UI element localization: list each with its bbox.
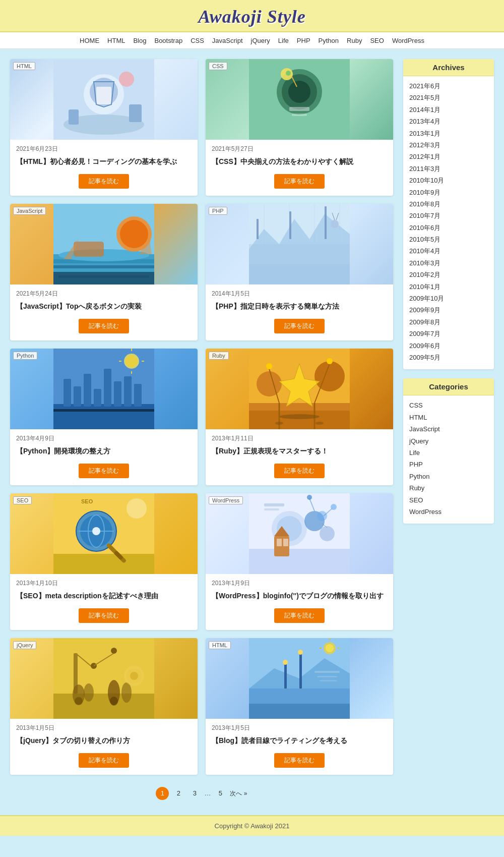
svg-rect-21 <box>53 265 154 268</box>
post-read-btn-3[interactable]: 記事を読む <box>274 319 325 333</box>
post-read-btn-2[interactable]: 記事を読む <box>79 319 129 333</box>
post-read-btn-9[interactable]: 記事を読む <box>274 753 325 768</box>
category-link-wordpress[interactable]: WordPress <box>409 506 488 518</box>
svg-point-119 <box>121 682 132 703</box>
post-thumbnail-5: Ruby <box>206 349 393 429</box>
svg-rect-17 <box>292 113 307 116</box>
svg-rect-40 <box>325 206 327 239</box>
svg-rect-50 <box>94 389 101 407</box>
post-body-5: 2013年1月11日 【Ruby】正規表現をマスターする！ 記事を読む <box>206 429 393 485</box>
archive-link[interactable]: 2010年10月 <box>409 175 488 186</box>
post-body-6: 2013年1月10日 【SEO】meta descriptionを記述すべき理由… <box>10 574 198 630</box>
category-link-css[interactable]: CSS <box>409 399 488 411</box>
archive-link[interactable]: 2013年4月 <box>409 116 488 127</box>
site-footer: Copyright © Awakoji 2021 <box>0 815 504 836</box>
archive-link[interactable]: 2010年6月 <box>409 222 488 234</box>
post-read-btn-6[interactable]: 記事を読む <box>79 608 129 623</box>
archive-link[interactable]: 2014年1月 <box>409 104 488 116</box>
archive-link[interactable]: 2010年8月 <box>409 198 488 210</box>
archive-link[interactable]: 2012年3月 <box>409 139 488 151</box>
post-thumbnail-7: WordPress <box>206 493 393 574</box>
svg-rect-95 <box>283 539 288 546</box>
pagination-page-3[interactable]: 3 <box>188 787 201 800</box>
post-date-4: 2013年4月9日 <box>16 434 192 443</box>
archive-link[interactable]: 2010年1月 <box>409 281 488 293</box>
nav-item-seo[interactable]: SEO <box>370 37 384 44</box>
nav-item-ruby[interactable]: Ruby <box>347 37 362 44</box>
category-link-python[interactable]: Python <box>409 471 488 482</box>
archive-link[interactable]: 2010年5月 <box>409 234 488 245</box>
archive-link[interactable]: 2010年2月 <box>409 269 488 280</box>
archive-link[interactable]: 2011年3月 <box>409 163 488 175</box>
svg-point-74 <box>279 414 320 419</box>
archive-link[interactable]: 2012年1月 <box>409 151 488 162</box>
archive-link[interactable]: 2009年9月 <box>409 304 488 316</box>
post-category-badge-4: Python <box>13 352 37 360</box>
archive-link[interactable]: 2009年10月 <box>409 293 488 304</box>
archive-link[interactable]: 2009年6月 <box>409 340 488 352</box>
post-card-9: HTML 2013年1月5日 【Blog】読者目線でライティングを考える 記事を… <box>206 638 393 775</box>
post-body-1: 2021年5月27日 【CSS】中央揃えの方法をわかりやすく解説 記事を読む <box>206 140 393 196</box>
svg-rect-45 <box>53 404 154 429</box>
post-card-1: CSS 2021年5月27日 【CSS】中央揃えの方法をわかりやすく解説 記事を… <box>206 59 393 196</box>
post-date-0: 2021年6月23日 <box>16 145 192 153</box>
archive-link[interactable]: 2010年4月 <box>409 245 488 257</box>
nav-item-css[interactable]: CSS <box>191 37 204 44</box>
svg-point-118 <box>110 697 118 706</box>
pagination-current: 1 <box>156 787 169 800</box>
svg-point-75 <box>275 422 283 425</box>
archive-link[interactable]: 2010年7月 <box>409 210 488 221</box>
category-link-html[interactable]: HTML <box>409 412 488 423</box>
archive-link[interactable]: 2021年5月 <box>409 92 488 103</box>
post-date-9: 2013年1月5日 <box>212 724 387 732</box>
category-link-jquery[interactable]: jQuery <box>409 435 488 447</box>
svg-rect-78 <box>53 554 154 574</box>
post-date-6: 2013年1月10日 <box>16 579 192 588</box>
archive-link[interactable]: 2009年5月 <box>409 352 488 363</box>
nav-item-wordpress[interactable]: WordPress <box>392 37 424 44</box>
archive-link[interactable]: 2009年7月 <box>409 328 488 339</box>
post-read-btn-7[interactable]: 記事を読む <box>274 608 325 623</box>
svg-point-24 <box>120 220 148 248</box>
svg-point-122 <box>130 672 138 680</box>
pagination-next[interactable]: 次へ » <box>230 787 247 800</box>
copyright-text: Copyright © Awakoji 2021 <box>215 822 290 830</box>
svg-point-135 <box>326 644 334 652</box>
post-title-0: 【HTML】初心者必見！コーディングの基本を学ぶ <box>16 156 192 167</box>
archive-link[interactable]: 2021年6月 <box>409 80 488 92</box>
svg-rect-49 <box>84 374 91 407</box>
svg-point-76 <box>316 422 324 425</box>
nav-item-home[interactable]: HOME <box>80 37 99 44</box>
category-link-javascript[interactable]: JavaScript <box>409 423 488 435</box>
nav-item-php[interactable]: PHP <box>297 37 310 44</box>
nav-item-bootstrap[interactable]: Bootstrap <box>154 37 182 44</box>
archive-link[interactable]: 2009年8月 <box>409 316 488 328</box>
category-link-life[interactable]: Life <box>409 447 488 459</box>
pagination-last[interactable]: 5 <box>214 787 227 800</box>
post-read-btn-1[interactable]: 記事を読む <box>274 174 325 189</box>
category-link-seo[interactable]: SEO <box>409 494 488 506</box>
post-read-btn-8[interactable]: 記事を読む <box>79 753 129 768</box>
svg-rect-39 <box>289 211 291 239</box>
pagination-page-2[interactable]: 2 <box>172 787 185 800</box>
post-read-btn-4[interactable]: 記事を読む <box>79 464 129 478</box>
nav-item-life[interactable]: Life <box>278 37 289 44</box>
post-body-3: 2014年1月5日 【PHP】指定日時を表示する簡単な方法 記事を読む <box>206 284 393 340</box>
archive-link[interactable]: 2010年3月 <box>409 257 488 269</box>
post-date-5: 2013年1月11日 <box>212 434 387 443</box>
category-link-php[interactable]: PHP <box>409 459 488 470</box>
nav-item-python[interactable]: Python <box>319 37 339 44</box>
nav-item-blog[interactable]: Blog <box>133 37 146 44</box>
nav-item-html[interactable]: HTML <box>107 37 125 44</box>
category-link-ruby[interactable]: Ruby <box>409 482 488 494</box>
post-read-btn-5[interactable]: 記事を読む <box>274 464 325 478</box>
nav-item-javascript[interactable]: JavaScript <box>212 37 243 44</box>
post-read-btn-0[interactable]: 記事を読む <box>79 174 129 189</box>
archive-link[interactable]: 2013年1月 <box>409 128 488 139</box>
svg-point-115 <box>75 697 83 705</box>
site-title: Awakoji Style <box>0 6 504 27</box>
svg-rect-128 <box>299 653 302 689</box>
archive-link[interactable]: 2010年9月 <box>409 187 488 198</box>
post-category-badge-6: SEO <box>13 496 32 504</box>
nav-item-jquery[interactable]: jQuery <box>251 37 270 44</box>
